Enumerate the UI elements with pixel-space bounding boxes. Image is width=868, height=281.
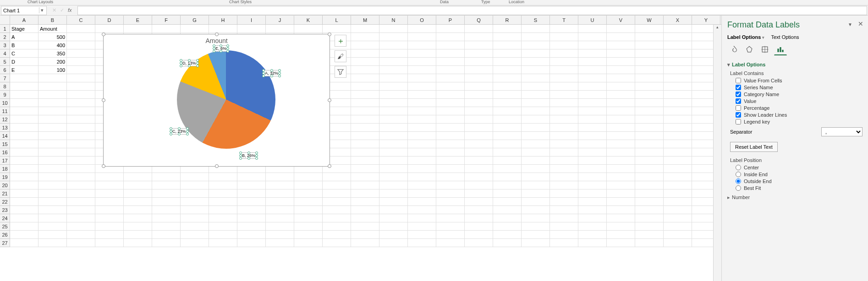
cell-A26[interactable] xyxy=(10,231,38,239)
cell-A20[interactable] xyxy=(10,181,38,189)
cell-M23[interactable] xyxy=(351,206,379,214)
cell-S19[interactable] xyxy=(522,173,550,181)
cell-V10[interactable] xyxy=(607,99,635,107)
cell-O2[interactable] xyxy=(408,33,436,41)
cell-J19[interactable] xyxy=(266,173,294,181)
chart-elements-button[interactable]: ＋ xyxy=(335,35,346,47)
cell-X5[interactable] xyxy=(664,58,692,66)
cell-S17[interactable] xyxy=(522,157,550,165)
cell-S26[interactable] xyxy=(522,231,550,239)
cell-O7[interactable] xyxy=(408,74,436,82)
cell-O17[interactable] xyxy=(408,157,436,165)
data-label-handle[interactable] xyxy=(213,50,215,53)
cell-S6[interactable] xyxy=(522,66,550,74)
cell-X24[interactable] xyxy=(664,214,692,222)
cell-P22[interactable] xyxy=(436,198,465,206)
cell-S12[interactable] xyxy=(522,115,550,124)
cell-R12[interactable] xyxy=(493,115,522,124)
chart-resize-handle[interactable] xyxy=(215,32,219,36)
cell-W27[interactable] xyxy=(635,239,664,247)
cell-X14[interactable] xyxy=(664,132,692,140)
cell-T22[interactable] xyxy=(550,198,578,206)
cell-U5[interactable] xyxy=(578,58,607,66)
cell-O6[interactable] xyxy=(408,66,436,74)
cell-N17[interactable] xyxy=(379,157,408,165)
cell-B13[interactable] xyxy=(38,124,67,132)
cell-T1[interactable] xyxy=(550,25,578,33)
cell-O25[interactable] xyxy=(408,222,436,231)
data-label-d[interactable]: D, 13% xyxy=(181,60,198,66)
cell-N12[interactable] xyxy=(379,115,408,124)
cell-H1[interactable] xyxy=(209,25,237,33)
cell-R19[interactable] xyxy=(493,173,522,181)
cell-R21[interactable] xyxy=(493,189,522,198)
cell-Q5[interactable] xyxy=(465,58,493,66)
cell-T11[interactable] xyxy=(550,107,578,115)
cell-Q10[interactable] xyxy=(465,99,493,107)
row-header-18[interactable]: 18 xyxy=(0,165,10,173)
cell-B10[interactable] xyxy=(38,99,67,107)
col-header-H[interactable]: H xyxy=(209,16,237,24)
cell-B22[interactable] xyxy=(38,198,67,206)
chk-percentage[interactable]: Percentage xyxy=(736,105,863,111)
cell-G22[interactable] xyxy=(181,198,209,206)
cell-A19[interactable] xyxy=(10,173,38,181)
cell-C22[interactable] xyxy=(67,198,95,206)
cell-V17[interactable] xyxy=(607,157,635,165)
cell-V22[interactable] xyxy=(607,198,635,206)
pane-options-dropdown-icon[interactable]: ▼ xyxy=(848,22,852,27)
cell-D19[interactable] xyxy=(95,173,124,181)
data-label-handle[interactable] xyxy=(186,133,189,135)
row-header-21[interactable]: 21 xyxy=(0,189,10,198)
cell-J26[interactable] xyxy=(266,231,294,239)
cell-O19[interactable] xyxy=(408,173,436,181)
chk-value-from-cells[interactable]: Value From Cells xyxy=(736,78,863,83)
col-header-D[interactable]: D xyxy=(95,16,124,24)
cell-B4[interactable]: 350 xyxy=(38,49,67,58)
row-header-5[interactable]: 5 xyxy=(0,58,10,66)
cell-M18[interactable] xyxy=(351,165,379,173)
cell-P3[interactable] xyxy=(436,41,465,49)
cell-C24[interactable] xyxy=(67,214,95,222)
cell-G21[interactable] xyxy=(181,189,209,198)
cell-X20[interactable] xyxy=(664,181,692,189)
cell-R7[interactable] xyxy=(493,74,522,82)
data-label-handle[interactable] xyxy=(180,65,182,67)
cell-A9[interactable] xyxy=(10,91,38,99)
cell-K20[interactable] xyxy=(294,181,323,189)
row-header-8[interactable]: 8 xyxy=(0,82,10,91)
cell-B20[interactable] xyxy=(38,181,67,189)
chk-value[interactable]: Value xyxy=(736,98,863,104)
cell-X1[interactable] xyxy=(664,25,692,33)
label-options-icon[interactable] xyxy=(774,43,787,55)
cell-N10[interactable] xyxy=(379,99,408,107)
cell-R17[interactable] xyxy=(493,157,522,165)
cell-O5[interactable] xyxy=(408,58,436,66)
cell-W14[interactable] xyxy=(635,132,664,140)
col-header-I[interactable]: I xyxy=(237,16,266,24)
cell-S4[interactable] xyxy=(522,49,550,58)
data-label-handle[interactable] xyxy=(226,50,229,53)
cell-H19[interactable] xyxy=(209,173,237,181)
separator-select[interactable]: , xyxy=(821,127,863,136)
cell-C18[interactable] xyxy=(67,165,95,173)
vertical-scrollbar[interactable]: ▴ xyxy=(713,25,721,281)
cell-F24[interactable] xyxy=(152,214,181,222)
cell-E21[interactable] xyxy=(124,189,152,198)
cell-G26[interactable] xyxy=(181,231,209,239)
cell-R8[interactable] xyxy=(493,82,522,91)
cell-X7[interactable] xyxy=(664,74,692,82)
cell-D27[interactable] xyxy=(95,239,124,247)
cell-Q27[interactable] xyxy=(465,239,493,247)
cell-A14[interactable] xyxy=(10,132,38,140)
cell-M13[interactable] xyxy=(351,124,379,132)
col-header-R[interactable]: R xyxy=(493,16,522,24)
cell-S11[interactable] xyxy=(522,107,550,115)
cell-S2[interactable] xyxy=(522,33,550,41)
cell-S10[interactable] xyxy=(522,99,550,107)
cell-K27[interactable] xyxy=(294,239,323,247)
cell-R11[interactable] xyxy=(493,107,522,115)
radio-best-fit[interactable]: Best Fit xyxy=(736,185,863,191)
cell-D22[interactable] xyxy=(95,198,124,206)
cell-M1[interactable] xyxy=(351,25,379,33)
